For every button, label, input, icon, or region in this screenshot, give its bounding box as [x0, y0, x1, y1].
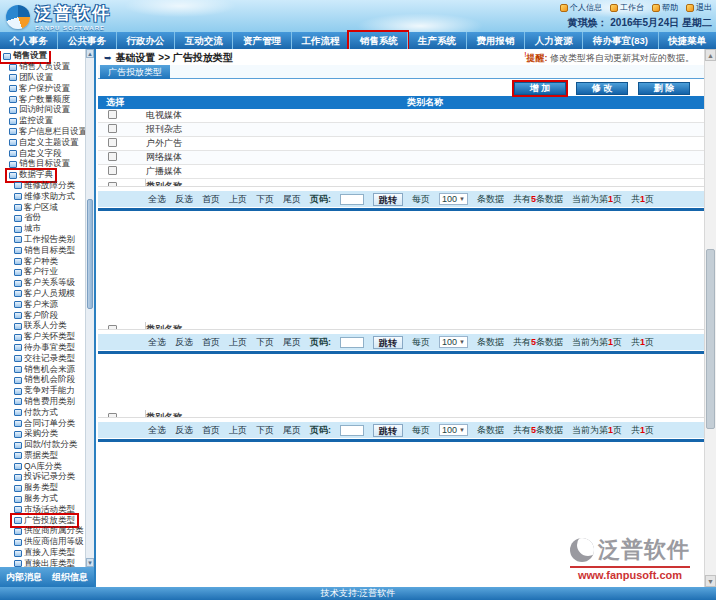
- row-checkbox[interactable]: [108, 138, 117, 147]
- select-all-link[interactable]: 全选: [148, 424, 166, 437]
- nav-item[interactable]: 生产系统: [407, 32, 465, 49]
- tree-item[interactable]: 回访时间设置: [7, 105, 72, 116]
- nav-item[interactable]: 费用报销: [466, 32, 524, 49]
- tree-item[interactable]: 客户数量额度: [7, 94, 72, 105]
- scroll-up-icon[interactable]: ▲: [705, 49, 716, 61]
- last-page-link[interactable]: 尾页: [283, 193, 301, 206]
- tree-item[interactable]: 市场活动类型: [12, 504, 77, 515]
- watermark-url[interactable]: www.fanpusoft.com: [570, 569, 690, 581]
- last-page-link[interactable]: 尾页: [283, 424, 301, 437]
- row-checkbox[interactable]: [108, 124, 117, 133]
- row-checkbox[interactable]: [108, 110, 117, 119]
- tree-item[interactable]: 投诉记录分类: [12, 472, 77, 483]
- tree-item[interactable]: 交往记录类型: [12, 353, 77, 364]
- nav-item[interactable]: 行政办公: [116, 32, 174, 49]
- main-scroll-thumb[interactable]: [706, 249, 715, 429]
- scroll-down-icon[interactable]: ▼: [705, 575, 716, 587]
- tree-item[interactable]: 客户种类: [12, 256, 60, 267]
- sidebar-scrollbar[interactable]: ▲ ▼: [85, 49, 94, 567]
- first-page-link[interactable]: 首页: [202, 193, 220, 206]
- tree-item[interactable]: 工作报告类别: [12, 235, 77, 246]
- tree-item[interactable]: 数据字典: [7, 170, 55, 181]
- jump-button[interactable]: 跳转: [373, 336, 403, 349]
- tree-item[interactable]: 广告投放类型: [12, 515, 77, 526]
- tree-item[interactable]: 客户人员规模: [12, 289, 77, 300]
- tree-item[interactable]: 客户保护设置: [7, 83, 72, 94]
- nav-item[interactable]: 待办事宜(83): [582, 32, 657, 49]
- quick-link[interactable]: 帮助: [652, 2, 678, 13]
- prev-page-link[interactable]: 上页: [229, 424, 247, 437]
- tree-item[interactable]: 联系人分类: [12, 321, 69, 332]
- invert-selection-link[interactable]: 反选: [175, 193, 193, 206]
- nav-item[interactable]: 资产管理: [232, 32, 290, 49]
- tree-item[interactable]: 服务方式: [12, 494, 60, 505]
- tree-item[interactable]: 客户阶段: [12, 310, 60, 321]
- per-page-select[interactable]: 100▼: [439, 193, 468, 205]
- tree-item[interactable]: 销售机会来源: [12, 364, 77, 375]
- first-page-link[interactable]: 首页: [202, 336, 220, 349]
- first-page-link[interactable]: 首页: [202, 424, 220, 437]
- tab-ad-type[interactable]: 广告投放类型: [100, 65, 170, 79]
- invert-selection-link[interactable]: 反选: [175, 336, 193, 349]
- quick-link[interactable]: 退出: [686, 2, 712, 13]
- tree-item[interactable]: 监控设置: [7, 116, 55, 127]
- tree-item[interactable]: 直接入库类型: [12, 548, 77, 559]
- tree-item[interactable]: 客户关系等级: [12, 278, 77, 289]
- tree-item[interactable]: 客户来源: [12, 299, 60, 310]
- tree-item[interactable]: 票据类型: [12, 450, 60, 461]
- delete-button[interactable]: 删 除: [638, 82, 690, 95]
- tree-item[interactable]: 团队设置: [7, 73, 55, 84]
- tree-item[interactable]: 付款方式: [12, 407, 60, 418]
- per-page-select[interactable]: 100▼: [439, 424, 468, 436]
- nav-item[interactable]: 人力资源: [524, 32, 582, 49]
- tree-item[interactable]: 销售人员设置: [7, 62, 72, 73]
- tree-item[interactable]: 服务类型: [12, 483, 60, 494]
- tree-item[interactable]: 销售设置: [1, 51, 49, 62]
- tree-item[interactable]: 客户关怀类型: [12, 332, 77, 343]
- tree-item[interactable]: 维修求助方式: [12, 191, 77, 202]
- tree-item[interactable]: 客户行业: [12, 267, 60, 278]
- nav-item[interactable]: 互动交流: [174, 32, 232, 49]
- select-all-link[interactable]: 全选: [148, 193, 166, 206]
- tree-item[interactable]: QA库分类: [12, 461, 64, 472]
- tree-item[interactable]: 自定义字段: [7, 148, 64, 159]
- nav-item[interactable]: 销售系统: [349, 32, 407, 49]
- row-checkbox[interactable]: [108, 325, 117, 331]
- invert-selection-link[interactable]: 反选: [175, 424, 193, 437]
- sidebar-scroll-thumb[interactable]: [87, 199, 93, 309]
- last-page-link[interactable]: 尾页: [283, 336, 301, 349]
- tree-item[interactable]: 销售机会阶段: [12, 375, 77, 386]
- jump-button[interactable]: 跳转: [373, 193, 403, 206]
- tree-item[interactable]: 供应商信用等级: [12, 537, 85, 548]
- tab-internal-message[interactable]: 内部消息: [6, 571, 42, 584]
- edit-button[interactable]: 修 改: [576, 82, 628, 95]
- tree-item[interactable]: 直接出库类型: [12, 558, 77, 567]
- tree-item[interactable]: 竞争对手能力: [12, 386, 77, 397]
- tree-item[interactable]: 省份: [12, 213, 43, 224]
- next-page-link[interactable]: 下页: [256, 336, 274, 349]
- tree-item[interactable]: 城市: [12, 224, 43, 235]
- per-page-select[interactable]: 100▼: [439, 336, 468, 348]
- tree-item[interactable]: 销售目标类型: [12, 245, 77, 256]
- page-number-input[interactable]: [340, 194, 364, 205]
- row-checkbox[interactable]: [108, 413, 117, 419]
- tree-item[interactable]: 合同订单分类: [12, 418, 77, 429]
- tree-item[interactable]: 客户区域: [12, 202, 60, 213]
- next-page-link[interactable]: 下页: [256, 424, 274, 437]
- tree-item[interactable]: 销售目标设置: [7, 159, 72, 170]
- prev-page-link[interactable]: 上页: [229, 193, 247, 206]
- quick-link[interactable]: 个人信息: [560, 2, 602, 13]
- prev-page-link[interactable]: 上页: [229, 336, 247, 349]
- add-button[interactable]: 增 加: [514, 82, 566, 95]
- tree-item[interactable]: 客户信息栏目设置: [7, 127, 85, 138]
- tree-item[interactable]: 销售费用类别: [12, 397, 77, 408]
- page-number-input[interactable]: [340, 337, 364, 348]
- tree-item[interactable]: 维修故障分类: [12, 181, 77, 192]
- tree-item[interactable]: 供应商所属分类: [12, 526, 85, 537]
- jump-button[interactable]: 跳转: [373, 424, 403, 437]
- scroll-down-icon[interactable]: ▼: [86, 558, 94, 567]
- row-checkbox[interactable]: [108, 182, 117, 188]
- tree-item[interactable]: 自定义主题设置: [7, 137, 81, 148]
- nav-item[interactable]: 快捷菜单: [658, 32, 716, 49]
- tree-item[interactable]: 回款/付款分类: [12, 440, 79, 451]
